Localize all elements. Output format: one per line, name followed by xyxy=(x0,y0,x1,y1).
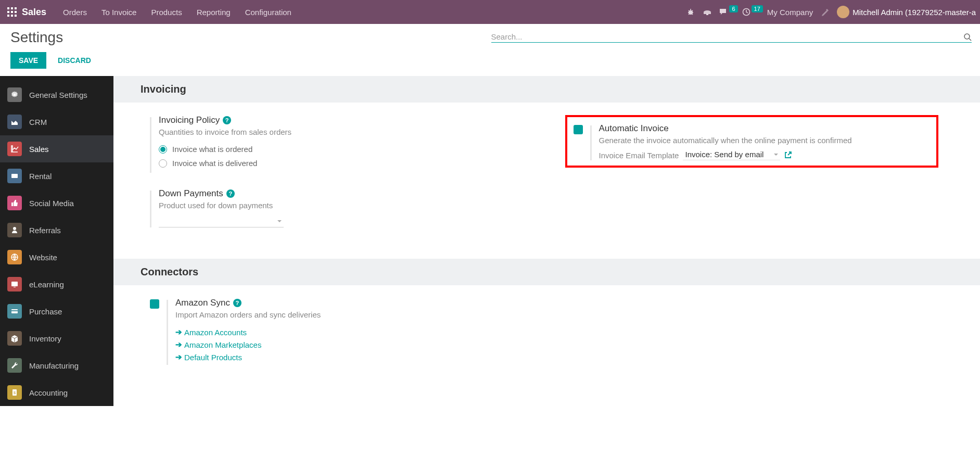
highlight-automatic-invoice: Automatic Invoice Generate the invoice a… xyxy=(565,115,939,168)
sidebar-item-label: Purchase xyxy=(29,307,62,316)
avatar[interactable] xyxy=(837,6,849,18)
help-icon[interactable]: ? xyxy=(233,299,241,307)
help-icon[interactable]: ? xyxy=(223,116,231,124)
sidebar-item-label: Sales xyxy=(29,145,49,154)
box-icon xyxy=(7,331,22,346)
checkbox-auto-invoice[interactable] xyxy=(574,125,583,134)
sidebar-item-label: Rental xyxy=(29,172,52,181)
sidebar-item-label: Accounting xyxy=(29,388,68,397)
dollar-icon: $ xyxy=(7,385,22,400)
link-amazon-accounts[interactable]: ➔Amazon Accounts xyxy=(175,327,524,337)
svg-rect-1 xyxy=(706,14,708,15)
amazon-desc: Import Amazon orders and sync deliveries xyxy=(175,310,524,319)
key-icon xyxy=(7,169,22,183)
bug-icon[interactable] xyxy=(682,8,699,16)
template-label: Invoice Email Template xyxy=(599,151,679,160)
radio-ordered[interactable]: Invoice what is ordered xyxy=(159,145,524,154)
radio-delivered[interactable]: Invoice what is delivered xyxy=(159,159,524,168)
sidebar-item-label: Inventory xyxy=(29,334,61,343)
setting-down-payments: Down Payments? Product used for down pay… xyxy=(150,188,524,227)
radio-icon xyxy=(159,145,167,154)
credit-card-icon xyxy=(7,304,22,319)
link-default-products[interactable]: ➔Default Products xyxy=(175,352,524,362)
settings-sidebar: General Settings CRM Sales Rental Social… xyxy=(0,76,113,406)
section-invoicing: Invoicing xyxy=(113,76,980,103)
sidebar-item-purchase[interactable]: Purchase xyxy=(0,298,113,325)
settings-content: Invoicing Invoicing Policy? Quantities t… xyxy=(113,76,980,406)
globe-icon xyxy=(7,250,22,264)
person-icon xyxy=(7,223,22,237)
sidebar-item-label: Social Media xyxy=(29,199,74,208)
external-link-icon[interactable] xyxy=(784,151,792,159)
sidebar-item-website[interactable]: Website xyxy=(0,244,113,271)
svg-rect-11 xyxy=(11,310,18,311)
policy-label: Invoicing Policy xyxy=(159,115,220,125)
gear-icon xyxy=(7,87,22,102)
chevron-down-icon xyxy=(277,220,282,222)
arrow-right-icon: ➔ xyxy=(175,352,182,362)
sidebar-item-label: CRM xyxy=(29,118,47,126)
graduation-icon xyxy=(7,277,22,291)
policy-desc: Quantities to invoice from sales orders xyxy=(159,128,524,136)
nav-orders[interactable]: Orders xyxy=(56,8,94,17)
sidebar-item-label: Referrals xyxy=(29,226,61,235)
svg-rect-5 xyxy=(11,174,18,178)
sidebar-item-label: eLearning xyxy=(29,280,64,289)
sidebar-item-inventory[interactable]: Inventory xyxy=(0,325,113,352)
svg-point-6 xyxy=(13,227,16,230)
nav-configuration[interactable]: Configuration xyxy=(238,8,299,17)
sidebar-item-sales[interactable]: Sales xyxy=(0,135,113,162)
nav-to-invoice[interactable]: To Invoice xyxy=(94,8,144,17)
save-button[interactable]: SAVE xyxy=(10,52,46,69)
wrench-icon xyxy=(7,358,22,373)
chevron-down-icon xyxy=(774,154,778,156)
sidebar-item-manufacturing[interactable]: Manufacturing xyxy=(0,352,113,379)
sidebar-item-label: Manufacturing xyxy=(29,361,79,370)
radio-icon xyxy=(159,159,167,168)
messages-badge: 6 xyxy=(729,5,737,12)
nav-reporting[interactable]: Reporting xyxy=(189,8,238,17)
link-amazon-marketplaces[interactable]: ➔Amazon Marketplaces xyxy=(175,340,524,349)
sidebar-item-rental[interactable]: Rental xyxy=(0,162,113,189)
company-selector[interactable]: My Company xyxy=(767,8,813,17)
nav-products[interactable]: Products xyxy=(144,8,189,17)
amazon-label: Amazon Sync xyxy=(175,298,230,308)
sidebar-item-referrals[interactable]: Referrals xyxy=(0,217,113,244)
sidebar-item-accounting[interactable]: $Accounting xyxy=(0,379,113,406)
downpayments-label: Down Payments xyxy=(159,188,223,199)
sidebar-item-label: Website xyxy=(29,253,57,262)
downpayments-desc: Product used for down payments xyxy=(159,201,524,210)
brand-label[interactable]: Sales xyxy=(22,7,46,18)
page-title: Settings xyxy=(10,29,63,46)
sidebar-item-general[interactable]: General Settings xyxy=(0,81,113,108)
arrow-right-icon: ➔ xyxy=(175,327,182,337)
support-icon[interactable] xyxy=(699,8,716,16)
chart-icon xyxy=(7,142,22,156)
sidebar-item-crm[interactable]: CRM xyxy=(0,108,113,135)
sidebar-item-social[interactable]: Social Media xyxy=(0,189,113,217)
sidebar-item-elearning[interactable]: eLearning xyxy=(0,271,113,298)
search-icon[interactable] xyxy=(963,33,972,41)
tools-icon[interactable] xyxy=(817,7,834,17)
autoinvoice-label: Automatic Invoice xyxy=(599,123,669,134)
svg-text:$: $ xyxy=(14,390,16,395)
user-name[interactable]: Mitchell Admin (19279252-master-a xyxy=(852,8,976,17)
thumbs-up-icon xyxy=(7,196,22,210)
sidebar-item-label: General Settings xyxy=(29,91,87,99)
handshake-icon xyxy=(7,115,22,129)
setting-amazon-sync: Amazon Sync? Import Amazon orders and sy… xyxy=(150,298,524,365)
svg-point-3 xyxy=(964,34,970,39)
svg-rect-8 xyxy=(11,282,18,286)
checkbox-amazon[interactable] xyxy=(150,299,159,309)
setting-invoicing-policy: Invoicing Policy? Quantities to invoice … xyxy=(150,115,524,173)
svg-rect-9 xyxy=(14,287,16,287)
help-icon[interactable]: ? xyxy=(226,189,235,198)
search-wrap xyxy=(491,32,972,43)
discard-button[interactable]: DISCARD xyxy=(54,52,95,69)
apps-icon[interactable] xyxy=(7,7,17,17)
downpayment-product-select[interactable] xyxy=(159,215,284,227)
activities-badge: 17 xyxy=(752,5,763,12)
top-navbar: Sales Orders To Invoice Products Reporti… xyxy=(0,0,980,24)
search-input[interactable] xyxy=(491,32,964,41)
template-select[interactable]: Invoice: Send by email xyxy=(683,150,780,160)
